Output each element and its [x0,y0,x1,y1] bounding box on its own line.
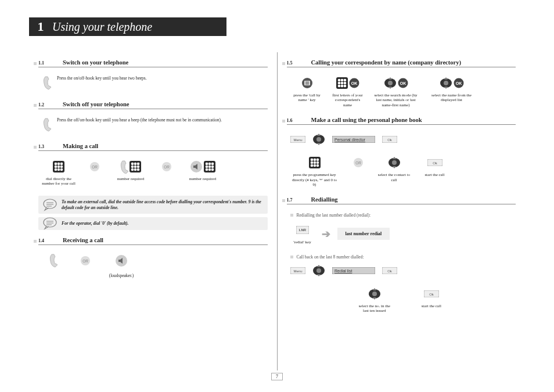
step-caption: start the call [425,172,444,177]
sub-text: Redialling the last number dialled (redi… [297,213,371,218]
svg-text:Menu: Menu [293,138,302,142]
or-separator [82,159,107,177]
ok-softkey-icon: Ok [382,136,397,143]
keypad-icon [309,157,321,168]
svg-text:Menu: Menu [293,269,302,273]
or-icon [89,161,100,172]
bullet-icon [290,214,293,217]
redial-row-1: LNR 'redial' key ➔ last number redial [290,222,516,244]
step-caption: select the search mode (by last name, in… [372,93,420,107]
handset-icon [43,117,52,132]
section-title: Calling your correspondent by name (comp… [311,59,461,66]
section-1-3-head: 1.3 Making a call [38,143,268,151]
section-title: Receiving a call [63,237,103,243]
step-start-call: Ok start the call [415,286,448,308]
step-handset [42,253,66,271]
chapter-title: Using your telephone [52,20,152,34]
redial-subheading-1: Redialling the last number dialled (redi… [290,213,516,218]
ok-icon [349,78,359,88]
bullet-icon [290,256,293,258]
speaker-icon [115,254,128,267]
step-caption: number required [189,177,216,181]
section-1-2-body: Press the off/on-hook key until you hear… [43,117,268,132]
instruction-text: Press the on/off-hook key until you hear… [57,75,147,81]
section-number: 1.3 [38,144,63,149]
handset-icon [43,75,52,91]
step-call-by-name: press the 'call by name ' key [290,75,324,103]
redial-key: LNR 'redial' key [290,222,315,244]
redial-row-2-display: Menu Redial list Ok [290,264,516,277]
step-caption: start the call [422,304,441,308]
section-title: Redialling [311,196,338,203]
ok-softkey-icon: Ok [424,290,439,297]
sub-text: Call back on the last 8 number dialled: [297,254,364,260]
svg-text:LNR: LNR [298,228,306,232]
ok-softkey-icon: Ok [382,267,397,274]
section-title: Switch on your telephone [63,59,128,66]
step-caption: (loudspeaker.) [109,273,134,278]
section-title: Switch off your telephone [63,101,129,107]
svg-text:Ok: Ok [433,161,438,165]
step-caption: number required [117,177,144,181]
or-separator [154,159,179,177]
step-caption: press the 'call by name ' key [290,93,324,103]
section-number: 1.7 [287,197,311,203]
keypad-icon [129,161,141,172]
chapter-header: 1 Using your telephone [29,17,226,36]
redial-subheading-2: Call back on the last 8 number dialled: [290,254,516,260]
left-column: 1.1 Switch on your telephone Press the o… [29,52,278,371]
step-select-contact: select the contact to call [377,155,411,182]
section-1-7-head: 1.7 Redialling [287,196,516,204]
section-1-4-head: 1.4 Receiving a call [38,237,268,245]
result-label: last number redial [337,228,390,240]
step-loudspeaker: (loudspeaker.) [105,253,138,278]
navigator-icon [388,156,401,169]
step-programmed-key: press the programmed key directly (# key… [290,155,339,187]
redial-row-2-icons: select the no. in the last ten issued Ok… [290,286,516,314]
section-1-3-icons: dial directly the number for your call n… [42,159,268,186]
step-caption: select the no. in the last ten issued [358,304,391,314]
section-number: 1.1 [38,60,63,66]
section-1-6-display: Menu Personal director Ok [290,133,516,146]
section-1-5-icons: press the 'call by name ' key first lett… [290,75,516,107]
section-number: 1.6 [287,118,311,123]
lnr-key-icon: LNR [296,226,309,234]
step-speaker-number: number required [186,159,220,181]
step-select-name: select the name from the displayed list [427,75,476,103]
ok-softkey-icon: Ok [427,159,443,166]
section-1-2-head: 1.2 Switch off your telephone [38,101,268,109]
step-caption: first letters of your correspondent's na… [331,93,365,107]
note-operator: For the operator, dial '0' (by default). [38,217,268,230]
step-caption: dial directly the number for your call [42,177,75,186]
step-caption: select the name from the displayed list [427,93,476,103]
svg-text:Personal director: Personal director [334,138,366,142]
speech-bubble-icon [43,199,57,211]
navigator-icon [440,77,452,89]
navigator-icon [368,287,381,300]
directory-key-icon [301,77,313,89]
navigator-icon [384,77,397,89]
columns: 1.1 Switch on your telephone Press the o… [29,52,525,371]
menu-softkey-icon: Menu [290,267,305,274]
speech-bubble-icon [43,217,57,230]
navigator-icon [312,264,325,277]
right-column: 1.5 Calling your correspondent by name (… [278,52,526,371]
note-external-call: To make an external call, dial the outsi… [38,196,268,214]
section-1-1-head: 1.1 Switch on your telephone [38,59,268,67]
section-1-1-body: Press the on/off-hook key until you hear… [43,75,268,91]
or-separator [73,253,98,271]
step-start-call: Ok start the call [418,155,452,177]
note-text: For the operator, dial '0' (by default). [62,221,128,226]
ok-icon [398,78,408,88]
svg-text:Ok: Ok [387,138,393,142]
keypad-icon [53,161,64,172]
arrow-icon: ➔ [322,228,330,240]
or-icon [161,161,172,172]
section-title: Making a call [63,143,98,149]
or-icon [353,157,364,168]
step-select-number: select the no. in the last ten issued [358,286,391,314]
display-icon: Redial list [332,267,375,274]
handset-icon [120,160,128,174]
step-dial-direct: dial directly the number for your call [42,159,75,186]
step-type-letters: first letters of your correspondent's na… [331,75,365,107]
